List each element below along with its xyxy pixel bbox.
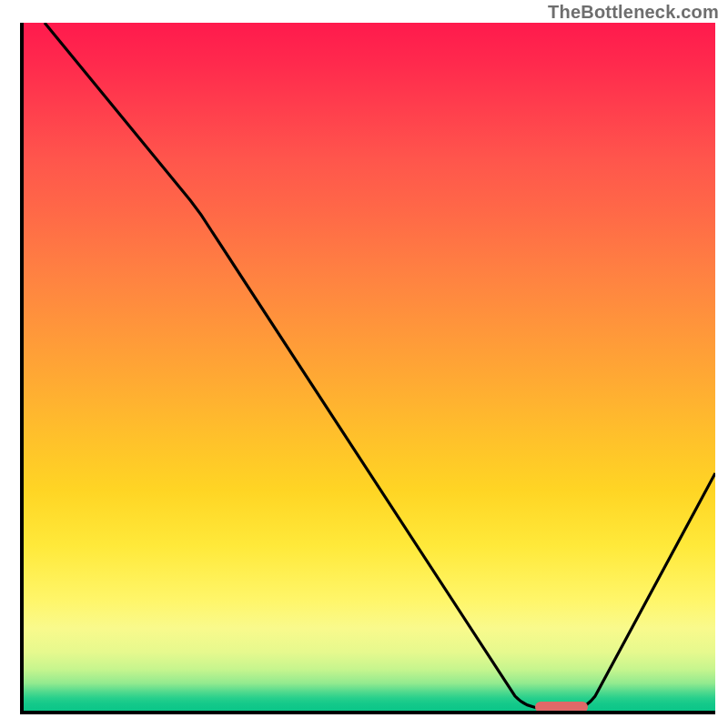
optimum-marker	[535, 702, 588, 711]
watermark-text: TheBottleneck.com	[548, 2, 719, 23]
curve-path	[45, 23, 715, 708]
bottleneck-curve	[24, 23, 715, 711]
chart-plot-area	[20, 23, 715, 714]
